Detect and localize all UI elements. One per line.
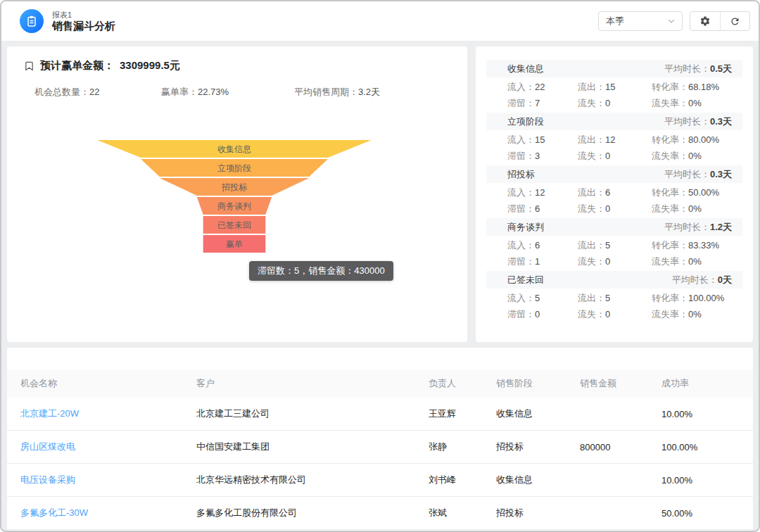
opportunity-table: 机会名称客户负责人销售阶段销售金额成功率 北京建工-20W北京建工三建公司王亚辉…: [7, 348, 753, 531]
stat-value: 22.73%: [198, 87, 229, 97]
duration-label: 平均时长：: [664, 169, 710, 179]
stage-name: 招投标: [507, 168, 535, 181]
metric: 滞留：0: [507, 306, 578, 322]
period-select-value: 本季: [606, 15, 624, 27]
metric-value: 6: [605, 187, 610, 198]
table-cell: 北京建工三建公司: [196, 407, 429, 420]
funnel-segment-label: 招投标: [221, 182, 248, 192]
clipboard-icon: [25, 15, 38, 27]
metric-label: 转化率：: [652, 134, 688, 145]
table-header: 机会名称客户负责人销售阶段销售金额成功率: [7, 369, 753, 398]
stage-metrics: 流入：22流出：15转化率：68.18%滞留：7流失：0流失率：0%: [486, 77, 742, 113]
duration-value: 1.2天: [710, 222, 732, 232]
table-cell: 招投标: [496, 441, 580, 453]
table-cell: 收集信息: [496, 407, 580, 420]
stage-section-header: 已签未回平均时长：0天: [486, 271, 742, 289]
settings-button[interactable]: [690, 12, 720, 30]
metric-label: 流出：: [578, 240, 605, 251]
header-button-group: [690, 11, 750, 31]
stage-name: 收集信息: [507, 63, 544, 75]
table-row[interactable]: 房山区煤改电中信国安建工集团张静招投标800000100.00%: [7, 431, 753, 464]
metric-label: 流入：: [507, 82, 535, 92]
table-cell: 50.00%: [661, 508, 753, 519]
stage-metrics-panel: 收集信息平均时长：0.5天流入：22流出：15转化率：68.18%滞留：7流失：…: [476, 46, 753, 342]
metric: 流失：0: [578, 201, 652, 217]
opportunity-link[interactable]: 北京建工-20W: [20, 407, 196, 420]
metric-label: 流失：: [578, 151, 605, 161]
metric-value: 0%: [688, 203, 702, 214]
top-row: 预计赢单金额： 3309999.5元 机会总数量：22赢单率：22.73%平均销…: [7, 46, 753, 342]
stat-item: 平均销售周期：3.2天: [294, 86, 380, 99]
metric: 转化率：100.00%: [652, 290, 742, 306]
stage-section: 收集信息平均时长：0.5天流入：22流出：15转化率：68.18%滞留：7流失：…: [486, 60, 742, 113]
metric-value: 0: [605, 98, 610, 108]
funnel-chart: 收集信息立项阶段招投标商务谈判已签未回赢单: [7, 140, 467, 256]
duration-label: 平均时长：: [664, 222, 710, 232]
stat-label: 平均销售周期：: [294, 87, 358, 97]
page-title: 销售漏斗分析: [52, 20, 115, 32]
stage-section-header: 立项阶段平均时长：0.3天: [486, 113, 742, 130]
table-cell: 张斌: [429, 507, 496, 519]
opportunity-link[interactable]: 多氟多化工-30W: [20, 507, 196, 519]
table-cell: 王亚辉: [429, 407, 496, 420]
table-cell: 100.00%: [661, 442, 753, 452]
table-cell: 收集信息: [496, 474, 580, 486]
metric-label: 滞留：: [507, 256, 535, 267]
stage-section: 商务谈判平均时长：1.2天流入：6流出：5转化率：83.33%滞留：1流失：0流…: [486, 218, 742, 271]
metric: 流出：5: [578, 237, 652, 253]
table-row[interactable]: 电压设备采购北京华远精密技术有限公司刘书峰收集信息10.00%: [7, 464, 753, 497]
duration-value: 0天: [718, 274, 732, 285]
expected-win-label: 预计赢单金额：: [40, 59, 114, 72]
stage-duration: 平均时长：0.5天: [664, 63, 732, 75]
metric: 转化率：83.33%: [652, 237, 742, 253]
table-body: 北京建工-20W北京建工三建公司王亚辉收集信息10.00%房山区煤改电中信国安建…: [7, 398, 753, 530]
metric: 流出：6: [578, 184, 652, 201]
table-cell: 招投标: [496, 507, 580, 519]
duration-label: 平均时长：: [664, 116, 710, 127]
metric-value: 80.00%: [688, 134, 719, 145]
period-select[interactable]: 本季: [598, 11, 683, 31]
metric-label: 流出：: [578, 134, 605, 145]
metric-label: 流失率：: [652, 256, 688, 267]
metric-label: 流出：: [578, 187, 605, 198]
table-row[interactable]: 多氟多化工-30W多氟多化工股份有限公司张斌招投标50.00%: [7, 497, 753, 530]
stage-metrics: 流入：15流出：12转化率：80.00%滞留：3流失：0流失率：0%: [486, 130, 742, 165]
refresh-button[interactable]: [720, 12, 749, 30]
stage-section-header: 商务谈判平均时长：1.2天: [486, 218, 742, 236]
metric-value: 22: [535, 82, 545, 92]
report-tag: 报表1: [52, 10, 115, 20]
metric-value: 0%: [688, 98, 702, 108]
report-icon: [20, 9, 44, 33]
funnel-segment-label: 商务谈判: [217, 201, 251, 211]
metric: 滞留：7: [507, 95, 578, 111]
stage-section-header: 招投标平均时长：0.3天: [486, 165, 742, 183]
opportunity-link[interactable]: 电压设备采购: [20, 474, 196, 486]
metric: 转化率：80.00%: [652, 132, 742, 148]
table-cell: 多氟多化工股份有限公司: [196, 507, 429, 519]
opportunity-link[interactable]: 房山区煤改电: [20, 441, 196, 453]
metric-value: 5: [605, 240, 610, 251]
metric: 滞留：3: [507, 148, 578, 164]
metric-label: 流出：: [578, 82, 605, 92]
stat-item: 赢单率：22.73%: [161, 86, 294, 99]
metric-label: 流入：: [507, 293, 535, 303]
metric-value: 0: [605, 256, 610, 267]
table-row[interactable]: 北京建工-20W北京建工三建公司王亚辉收集信息10.00%: [7, 398, 753, 431]
table-header-cell: 销售金额: [580, 377, 661, 390]
metric-value: 68.18%: [688, 82, 719, 92]
metric: 流入：6: [507, 237, 578, 253]
metric: 流出：5: [578, 290, 652, 306]
stage-duration: 平均时长：1.2天: [664, 221, 732, 234]
table-header-cell: 机会名称: [20, 377, 196, 390]
metric-label: 流失：: [578, 256, 605, 267]
header-controls: 本季: [598, 11, 750, 31]
stage-metrics: 流入：6流出：5转化率：83.33%滞留：1流失：0流失率：0%: [486, 236, 742, 271]
metric-label: 流入：: [507, 187, 535, 198]
metric-label: 流失率：: [652, 151, 688, 161]
metric-label: 滞留：: [507, 151, 535, 161]
metric-value: 5: [605, 293, 610, 303]
bookmark-icon: [24, 61, 34, 72]
table-cell: 刘书峰: [429, 474, 496, 486]
metric-value: 0: [535, 309, 540, 319]
stage-name: 立项阶段: [507, 115, 544, 128]
